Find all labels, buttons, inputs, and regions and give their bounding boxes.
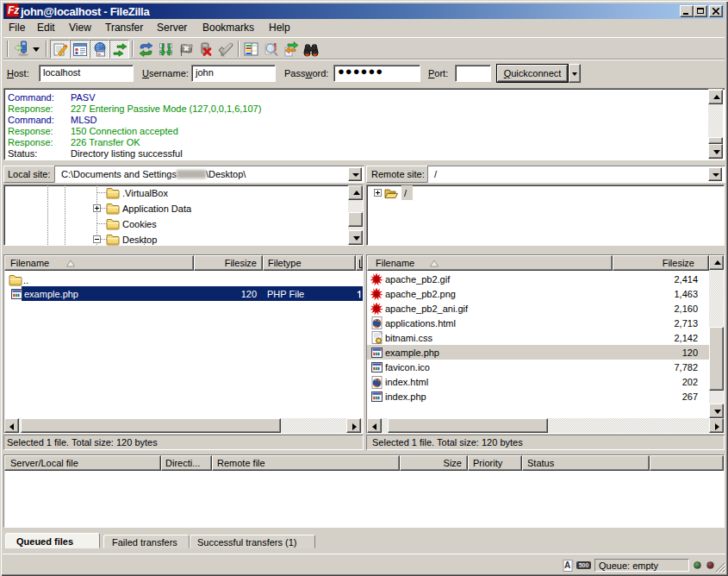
svg-text:A: A xyxy=(564,560,570,570)
